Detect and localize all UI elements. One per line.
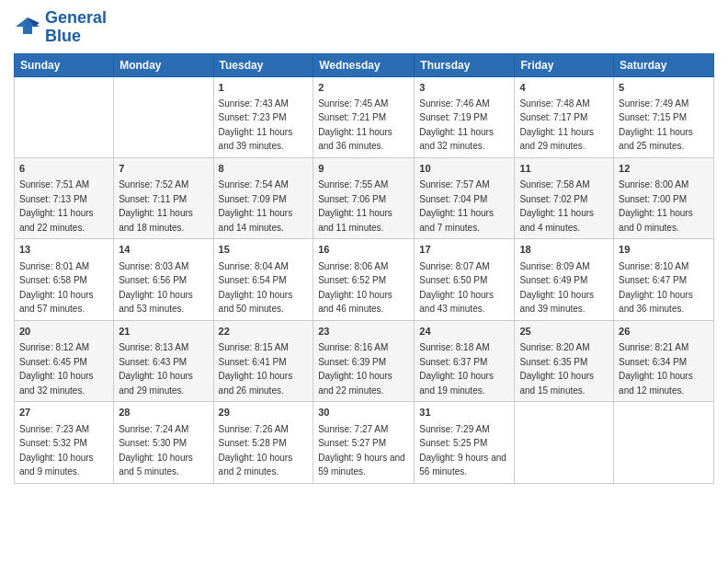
calendar-cell xyxy=(614,402,714,483)
day-info: Sunrise: 7:49 AM Sunset: 7:15 PM Dayligh… xyxy=(619,98,693,152)
week-row-2: 13Sunrise: 8:01 AM Sunset: 6:58 PM Dayli… xyxy=(15,239,714,320)
day-number: 24 xyxy=(419,325,509,339)
day-info: Sunrise: 7:52 AM Sunset: 7:11 PM Dayligh… xyxy=(119,179,193,233)
day-info: Sunrise: 8:03 AM Sunset: 6:56 PM Dayligh… xyxy=(119,261,193,315)
calendar-cell: 19Sunrise: 8:10 AM Sunset: 6:47 PM Dayli… xyxy=(614,239,714,320)
weekday-header-friday: Friday xyxy=(515,53,614,76)
weekday-header-saturday: Saturday xyxy=(614,53,714,76)
calendar-cell xyxy=(114,76,213,157)
day-info: Sunrise: 7:29 AM Sunset: 5:25 PM Dayligh… xyxy=(419,424,506,477)
calendar-cell: 12Sunrise: 8:00 AM Sunset: 7:00 PM Dayli… xyxy=(614,157,714,238)
calendar-cell: 8Sunrise: 7:54 AM Sunset: 7:09 PM Daylig… xyxy=(213,157,313,238)
svg-marker-0 xyxy=(16,17,40,34)
calendar-cell: 24Sunrise: 8:18 AM Sunset: 6:37 PM Dayli… xyxy=(415,320,515,401)
day-info: Sunrise: 7:45 AM Sunset: 7:21 PM Dayligh… xyxy=(318,98,392,152)
day-info: Sunrise: 7:55 AM Sunset: 7:06 PM Dayligh… xyxy=(318,179,392,233)
day-number: 8 xyxy=(219,162,309,176)
day-number: 6 xyxy=(19,162,108,176)
day-number: 5 xyxy=(619,81,709,95)
weekday-header-sunday: Sunday xyxy=(15,53,114,76)
logo: General Blue xyxy=(14,9,107,46)
calendar-cell: 22Sunrise: 8:15 AM Sunset: 6:41 PM Dayli… xyxy=(213,320,313,401)
page: General Blue SundayMondayTuesdayWednesda… xyxy=(0,0,728,563)
day-number: 26 xyxy=(619,325,709,339)
calendar-cell: 5Sunrise: 7:49 AM Sunset: 7:15 PM Daylig… xyxy=(614,76,714,157)
calendar-cell: 9Sunrise: 7:55 AM Sunset: 7:06 PM Daylig… xyxy=(313,157,415,238)
day-number: 1 xyxy=(219,81,309,95)
header: General Blue xyxy=(14,9,714,46)
week-row-1: 6Sunrise: 7:51 AM Sunset: 7:13 PM Daylig… xyxy=(15,157,714,238)
day-info: Sunrise: 7:43 AM Sunset: 7:23 PM Dayligh… xyxy=(219,98,293,152)
calendar-cell: 29Sunrise: 7:26 AM Sunset: 5:28 PM Dayli… xyxy=(213,402,313,483)
day-info: Sunrise: 8:01 AM Sunset: 6:58 PM Dayligh… xyxy=(19,261,94,315)
calendar-cell: 15Sunrise: 8:04 AM Sunset: 6:54 PM Dayli… xyxy=(213,239,313,320)
calendar-cell: 27Sunrise: 7:23 AM Sunset: 5:32 PM Dayli… xyxy=(15,402,114,483)
calendar-cell: 1Sunrise: 7:43 AM Sunset: 7:23 PM Daylig… xyxy=(213,76,313,157)
day-info: Sunrise: 8:09 AM Sunset: 6:49 PM Dayligh… xyxy=(519,261,594,315)
calendar-cell: 17Sunrise: 8:07 AM Sunset: 6:50 PM Dayli… xyxy=(415,239,515,320)
day-info: Sunrise: 7:57 AM Sunset: 7:04 PM Dayligh… xyxy=(419,179,494,233)
weekday-header-monday: Monday xyxy=(114,53,213,76)
week-row-0: 1Sunrise: 7:43 AM Sunset: 7:23 PM Daylig… xyxy=(15,76,714,157)
day-number: 21 xyxy=(119,325,208,339)
day-number: 9 xyxy=(318,162,409,176)
calendar-cell xyxy=(15,76,114,157)
day-number: 4 xyxy=(519,81,609,95)
day-number: 15 xyxy=(219,243,309,257)
day-number: 11 xyxy=(519,162,609,176)
day-info: Sunrise: 8:16 AM Sunset: 6:39 PM Dayligh… xyxy=(318,342,392,396)
calendar-cell: 2Sunrise: 7:45 AM Sunset: 7:21 PM Daylig… xyxy=(313,76,415,157)
day-info: Sunrise: 7:54 AM Sunset: 7:09 PM Dayligh… xyxy=(219,179,293,233)
day-number: 12 xyxy=(619,162,709,176)
day-info: Sunrise: 7:26 AM Sunset: 5:28 PM Dayligh… xyxy=(219,424,293,477)
calendar-cell: 3Sunrise: 7:46 AM Sunset: 7:19 PM Daylig… xyxy=(415,76,515,157)
day-number: 14 xyxy=(119,243,208,257)
weekday-header-thursday: Thursday xyxy=(415,53,515,76)
day-number: 29 xyxy=(219,406,309,419)
day-info: Sunrise: 8:20 AM Sunset: 6:35 PM Dayligh… xyxy=(519,342,594,396)
calendar-cell: 25Sunrise: 8:20 AM Sunset: 6:35 PM Dayli… xyxy=(515,320,614,401)
day-number: 13 xyxy=(19,243,108,257)
calendar-cell: 11Sunrise: 7:58 AM Sunset: 7:02 PM Dayli… xyxy=(515,157,614,238)
calendar-header: SundayMondayTuesdayWednesdayThursdayFrid… xyxy=(15,53,714,76)
day-number: 30 xyxy=(318,406,409,419)
calendar-cell: 28Sunrise: 7:24 AM Sunset: 5:30 PM Dayli… xyxy=(114,402,213,483)
day-info: Sunrise: 8:12 AM Sunset: 6:45 PM Dayligh… xyxy=(19,342,94,396)
day-info: Sunrise: 8:04 AM Sunset: 6:54 PM Dayligh… xyxy=(219,261,293,315)
day-info: Sunrise: 7:46 AM Sunset: 7:19 PM Dayligh… xyxy=(419,98,494,152)
day-info: Sunrise: 7:27 AM Sunset: 5:27 PM Dayligh… xyxy=(318,424,405,477)
day-info: Sunrise: 8:10 AM Sunset: 6:47 PM Dayligh… xyxy=(619,261,693,315)
calendar-cell: 18Sunrise: 8:09 AM Sunset: 6:49 PM Dayli… xyxy=(515,239,614,320)
day-info: Sunrise: 8:06 AM Sunset: 6:52 PM Dayligh… xyxy=(318,261,392,315)
day-info: Sunrise: 8:07 AM Sunset: 6:50 PM Dayligh… xyxy=(419,261,494,315)
day-info: Sunrise: 8:15 AM Sunset: 6:41 PM Dayligh… xyxy=(219,342,293,396)
weekday-header-wednesday: Wednesday xyxy=(313,53,415,76)
day-number: 18 xyxy=(519,243,609,257)
day-number: 22 xyxy=(219,325,309,339)
calendar-cell: 31Sunrise: 7:29 AM Sunset: 5:25 PM Dayli… xyxy=(415,402,515,483)
calendar-cell: 7Sunrise: 7:52 AM Sunset: 7:11 PM Daylig… xyxy=(114,157,213,238)
calendar-cell: 14Sunrise: 8:03 AM Sunset: 6:56 PM Dayli… xyxy=(114,239,213,320)
day-number: 10 xyxy=(419,162,509,176)
day-info: Sunrise: 7:48 AM Sunset: 7:17 PM Dayligh… xyxy=(519,98,594,152)
day-info: Sunrise: 7:24 AM Sunset: 5:30 PM Dayligh… xyxy=(119,424,193,477)
day-info: Sunrise: 7:58 AM Sunset: 7:02 PM Dayligh… xyxy=(519,179,594,233)
day-number: 27 xyxy=(19,406,108,419)
calendar-cell: 13Sunrise: 8:01 AM Sunset: 6:58 PM Dayli… xyxy=(15,239,114,320)
weekday-row: SundayMondayTuesdayWednesdayThursdayFrid… xyxy=(15,53,714,76)
day-info: Sunrise: 8:13 AM Sunset: 6:43 PM Dayligh… xyxy=(119,342,193,396)
logo-icon xyxy=(14,14,41,41)
day-info: Sunrise: 7:23 AM Sunset: 5:32 PM Dayligh… xyxy=(19,424,94,477)
week-row-3: 20Sunrise: 8:12 AM Sunset: 6:45 PM Dayli… xyxy=(15,320,714,401)
day-number: 25 xyxy=(519,325,609,339)
day-info: Sunrise: 8:21 AM Sunset: 6:34 PM Dayligh… xyxy=(619,342,693,396)
calendar-body: 1Sunrise: 7:43 AM Sunset: 7:23 PM Daylig… xyxy=(15,76,714,483)
calendar-cell: 26Sunrise: 8:21 AM Sunset: 6:34 PM Dayli… xyxy=(614,320,714,401)
day-info: Sunrise: 8:00 AM Sunset: 7:00 PM Dayligh… xyxy=(619,179,693,233)
calendar-cell xyxy=(515,402,614,483)
calendar-cell: 20Sunrise: 8:12 AM Sunset: 6:45 PM Dayli… xyxy=(15,320,114,401)
day-number: 20 xyxy=(19,325,108,339)
calendar-cell: 23Sunrise: 8:16 AM Sunset: 6:39 PM Dayli… xyxy=(313,320,415,401)
day-number: 31 xyxy=(419,406,509,419)
calendar-cell: 30Sunrise: 7:27 AM Sunset: 5:27 PM Dayli… xyxy=(313,402,415,483)
